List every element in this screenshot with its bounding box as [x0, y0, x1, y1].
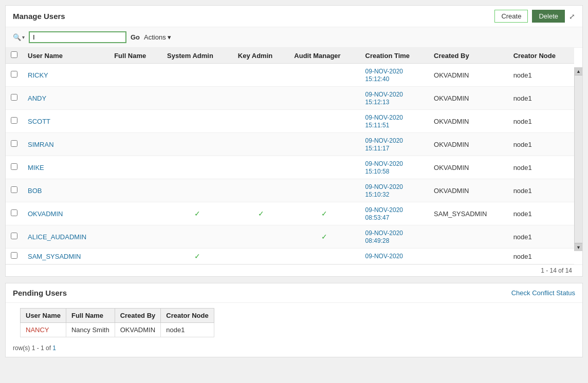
user-name-link[interactable]: SIMRAN	[28, 141, 54, 148]
expand-button[interactable]: ⤢	[569, 12, 575, 21]
select-all-checkbox[interactable]	[11, 51, 17, 58]
manage-users-pagination: 1 - 14 of 14	[6, 264, 582, 276]
search-input[interactable]	[29, 31, 126, 43]
pending-table-row: NANCYNancy SmithOKVADMINnode1	[21, 323, 214, 337]
user-name-link[interactable]: ANDY	[28, 94, 46, 102]
creation-time-cell: 09-NOV-202008:49:28	[360, 225, 429, 248]
pending-users-footer: row(s) 1 - 1 of 1	[6, 342, 582, 357]
pending-creatornode-header: Creator Node	[161, 309, 214, 323]
create-button[interactable]: Create	[494, 10, 528, 23]
row-checkbox[interactable]	[11, 252, 17, 259]
creation-time-cell: 09-NOV-202015:10:58	[360, 156, 429, 179]
auditmanager-header: Audit Manager	[289, 48, 360, 64]
scroll-down-button[interactable]: ▼	[575, 243, 582, 251]
full-name-cell	[109, 133, 162, 156]
creator-node-cell: node1	[508, 87, 574, 110]
pending-pagination: row(s) 1 - 1 of 1	[13, 344, 56, 352]
user-name-link[interactable]: RICKY	[28, 71, 48, 79]
pending-users-title: Pending Users	[13, 289, 67, 297]
creatornode-header: Creator Node	[508, 48, 574, 64]
creator-node-cell: node1	[508, 156, 574, 179]
user-name-link[interactable]: OKVADMIN	[28, 210, 63, 218]
created-by-cell	[429, 248, 508, 264]
row-checkbox[interactable]	[11, 209, 17, 216]
row-checkbox[interactable]	[11, 71, 17, 78]
user-name-link[interactable]: ALICE_AUDADMIN	[28, 233, 86, 241]
table-row: SCOTT09-NOV-202015:11:51OKVADMINnode1	[6, 110, 574, 133]
actions-chevron-icon: ▾	[168, 33, 171, 41]
pending-username-header: User Name	[21, 309, 66, 323]
user-name-link[interactable]: MIKE	[28, 164, 44, 171]
full-name-cell	[109, 110, 162, 133]
created-by-cell: OKVADMIN	[429, 156, 508, 179]
creationtime-header: Creation Time	[360, 48, 429, 64]
row-checkbox[interactable]	[11, 233, 17, 239]
check-conflict-button[interactable]: Check Conflict Status	[511, 289, 575, 297]
actions-label: Actions	[144, 33, 166, 41]
go-button[interactable]: Go	[131, 33, 140, 41]
row-checkbox[interactable]	[11, 186, 17, 193]
toolbar: 🔍 ▾ Go Actions ▾	[6, 27, 582, 48]
creation-time-cell: 09-NOV-202015:11:51	[360, 110, 429, 133]
keyadmin-header: Key Admin	[233, 48, 289, 64]
creator-node-cell: node1	[508, 225, 574, 248]
table-row: MIKE09-NOV-202015:10:58OKVADMINnode1	[6, 156, 574, 179]
pending-fullname-header: Full Name	[66, 309, 115, 323]
table-row: ANDY09-NOV-202015:12:13OKVADMINnode1	[6, 87, 574, 110]
user-name-link[interactable]: SCOTT	[28, 118, 50, 125]
creation-time-cell: 09-NOV-2020	[360, 248, 429, 264]
pending-creator-node-cell: node1	[161, 323, 214, 337]
creator-node-cell: node1	[508, 202, 574, 225]
scroll-up-button[interactable]: ▲	[575, 67, 582, 75]
table-row: ALICE_AUDADMIN✓09-NOV-202008:49:28node1	[6, 225, 574, 248]
table-row: RICKY09-NOV-202015:12:40OKVADMINnode1	[6, 64, 574, 87]
full-name-cell	[109, 225, 162, 248]
row-checkbox[interactable]	[11, 163, 17, 170]
creation-time-cell: 09-NOV-202015:12:40	[360, 64, 429, 87]
username-header: User Name	[23, 48, 109, 64]
search-icon-wrap[interactable]: 🔍 ▾	[13, 33, 25, 41]
pending-users-table: User Name Full Name Created By Creator N…	[20, 308, 214, 337]
full-name-cell	[109, 156, 162, 179]
pending-createdby-header: Created By	[115, 309, 161, 323]
table-row: OKVADMIN✓✓✓09-NOV-202008:53:47SAM_SYSADM…	[6, 202, 574, 225]
fullname-header: Full Name	[109, 48, 162, 64]
creation-time-cell: 09-NOV-202008:53:47	[360, 202, 429, 225]
row-checkbox[interactable]	[11, 94, 17, 101]
pending-user-name-link[interactable]: NANCY	[26, 326, 49, 334]
creation-time-cell: 09-NOV-202015:10:32	[360, 179, 429, 202]
search-icon: 🔍	[13, 33, 21, 41]
created-by-cell: OKVADMIN	[429, 87, 508, 110]
full-name-cell	[109, 248, 162, 264]
creator-node-cell: node1	[508, 133, 574, 156]
table-row: SAM_SYSADMIN✓09-NOV-2020node1	[6, 248, 574, 264]
systemadmin-header: System Admin	[162, 48, 233, 64]
creator-node-cell: node1	[508, 64, 574, 87]
manage-users-title: Manage Users	[13, 12, 65, 21]
table-row: BOB09-NOV-202015:10:32OKVADMINnode1	[6, 179, 574, 202]
createdby-header: Created By	[429, 48, 508, 64]
created-by-cell: OKVADMIN	[429, 179, 508, 202]
user-name-link[interactable]: BOB	[28, 187, 42, 195]
manage-users-table: User Name Full Name System Admin Key Adm…	[6, 48, 574, 264]
pending-users-header: Pending Users Check Conflict Status	[6, 283, 582, 303]
row-checkbox[interactable]	[11, 140, 17, 147]
full-name-cell	[109, 179, 162, 202]
delete-button[interactable]: Delete	[532, 10, 565, 23]
user-name-link[interactable]: SAM_SYSADMIN	[28, 253, 81, 260]
creator-node-cell: node1	[508, 110, 574, 133]
pending-created-by-cell: OKVADMIN	[115, 323, 161, 337]
created-by-cell: OKVADMIN	[429, 110, 508, 133]
search-chevron-icon: ▾	[22, 34, 25, 40]
pending-page-link[interactable]: 1	[52, 344, 56, 352]
created-by-cell: OKVADMIN	[429, 133, 508, 156]
creator-node-cell: node1	[508, 248, 574, 264]
table-row: SIMRAN09-NOV-202015:11:17OKVADMINnode1	[6, 133, 574, 156]
creation-time-cell: 09-NOV-202015:11:17	[360, 133, 429, 156]
created-by-cell	[429, 225, 508, 248]
audit-manager-check: ✓	[321, 209, 327, 218]
manage-users-table-wrap: User Name Full Name System Admin Key Adm…	[6, 48, 582, 264]
key-admin-check: ✓	[258, 209, 264, 218]
actions-button[interactable]: Actions ▾	[144, 33, 171, 41]
row-checkbox[interactable]	[11, 117, 17, 124]
